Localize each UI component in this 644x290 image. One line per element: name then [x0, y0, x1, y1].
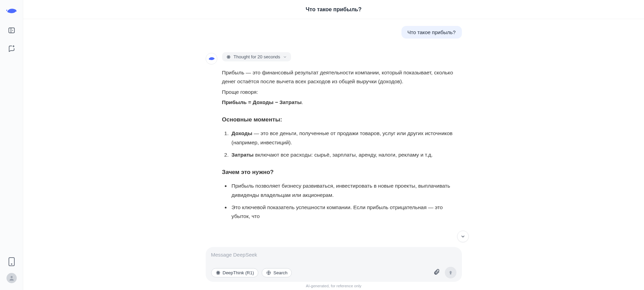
- globe-icon: [266, 270, 271, 275]
- atom-icon: [216, 270, 221, 275]
- chevron-down-icon: [283, 55, 287, 59]
- main: Что такое прибыль? Что такое прибыль?: [23, 0, 644, 290]
- section-heading: Основные моменты:: [222, 115, 462, 125]
- chevron-down-icon: [460, 234, 466, 239]
- composer-area: DeepThink (R1) Search: [23, 247, 644, 290]
- assistant-content: Прибыль — это финансовый результат деяте…: [222, 68, 462, 221]
- list-item: Доходы — это все деньги, полученные от п…: [230, 129, 462, 147]
- list-item: Это ключевой показатель успешности компа…: [230, 203, 462, 221]
- atom-icon: [226, 55, 231, 59]
- deepthink-chip[interactable]: DeepThink (R1): [211, 268, 259, 277]
- svg-point-1: [11, 276, 13, 278]
- chip-label: Search: [273, 270, 287, 275]
- thought-toggle[interactable]: Thought for 20 seconds: [222, 52, 291, 61]
- message-input[interactable]: [211, 252, 456, 262]
- user-message-row: Что такое прибыль?: [206, 26, 462, 39]
- assistant-message-row: Thought for 20 seconds Прибыль — это фин…: [206, 52, 462, 224]
- composer: DeepThink (R1) Search: [206, 247, 462, 282]
- scroll-to-bottom-button[interactable]: [457, 231, 469, 242]
- app-logo-icon[interactable]: [6, 7, 17, 16]
- chat-title: Что такое прибыль?: [306, 6, 361, 13]
- user-message-bubble: Что такое прибыль?: [401, 26, 462, 39]
- new-chat-icon[interactable]: [8, 44, 15, 52]
- svg-point-2: [228, 57, 229, 57]
- thought-label: Thought for 20 seconds: [234, 54, 280, 59]
- list-item: Прибыль позволяет бизнесу развиваться, и…: [230, 182, 462, 200]
- attach-button[interactable]: [433, 269, 440, 277]
- content-paragraph: Проще говоря:: [222, 88, 462, 97]
- svg-rect-0: [9, 28, 14, 33]
- profile-avatar-icon[interactable]: [6, 273, 17, 283]
- sidebar: [0, 0, 23, 290]
- assistant-avatar-icon: [206, 53, 217, 64]
- svg-point-6: [218, 272, 218, 273]
- mobile-icon[interactable]: [9, 257, 15, 266]
- list-item: Затраты включают все расходы: сырьё, зар…: [230, 150, 462, 159]
- chip-label: DeepThink (R1): [223, 270, 254, 275]
- arrow-up-icon: [448, 270, 453, 275]
- search-chip[interactable]: Search: [262, 268, 292, 277]
- footer-note: AI-generated, for reference only: [306, 284, 361, 288]
- send-button[interactable]: [445, 267, 456, 278]
- content-formula: Прибыль = Доходы − Затраты.: [222, 98, 462, 107]
- header: Что такое прибыль?: [23, 0, 644, 19]
- toggle-sidebar-icon[interactable]: [8, 27, 15, 34]
- paperclip-icon: [433, 269, 440, 275]
- section-heading: Зачем это нужно?: [222, 168, 462, 177]
- content-paragraph: Прибыль — это финансовый результат деяте…: [222, 68, 462, 86]
